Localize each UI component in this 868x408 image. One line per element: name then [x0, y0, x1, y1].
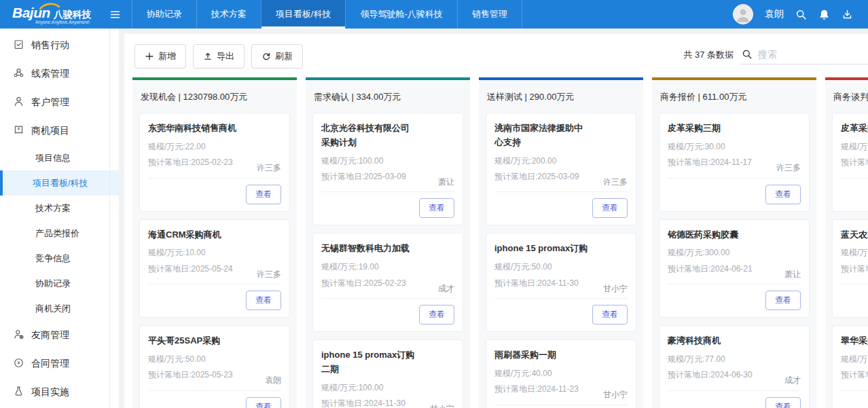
add-button[interactable]: 新增: [134, 44, 186, 69]
card-title: iphone 15 promax订购: [494, 242, 628, 256]
column-body: 送样测试 | 290.00万元洮南市国家法律援助中心支持规模/万元:200.00…: [479, 80, 643, 408]
kanban-card[interactable]: 洮南市国家法律援助中心支持规模/万元:200.00预计落地日:2025-03-0…: [486, 113, 636, 225]
kanban-card[interactable]: iphone 15 promax订购规模/万元:50.00预计落地日:2024-…: [486, 233, 636, 332]
kanban-card[interactable]: 东莞华南科技销售商机规模/万元:22.00预计落地日:2025-02-23许三多…: [139, 113, 290, 212]
view-button[interactable]: 查看: [246, 397, 281, 408]
sidebar-item-partner[interactable]: 友商管理: [0, 321, 119, 350]
card-date: 预计落地日:: [841, 370, 868, 379]
card-main: 洮南市国家法律援助中心支持规模/万元:200.00预计落地日:2025-03-0…: [486, 113, 636, 181]
column-body: 发现机会 | 1230798.00万元东莞华南科技销售商机规模/万元:22.00…: [132, 80, 297, 408]
card-title: 东莞华南科技销售商机: [148, 122, 281, 136]
card-owner: 甘小宁: [603, 390, 628, 399]
view-button[interactable]: 查看: [246, 291, 281, 310]
kanban-card[interactable]: iphone 15 promax订购二期规模/万元:100.00预计落地日:20…: [312, 339, 463, 408]
card-footer: 查看: [494, 191, 628, 225]
kanban-card[interactable]: 北京光谷科技有限公司采购计划规模/万元:100.00预计落地日:2025-03-…: [312, 113, 463, 225]
sidebar-item-contract[interactable]: ¥合同管理: [0, 350, 119, 378]
sidebar-subitem-tech-plan[interactable]: 技术方案: [0, 196, 119, 221]
tab-leader-cockpit[interactable]: 领导驾驶舱-八骏科技: [345, 0, 456, 29]
record-count: 共 37 条数据: [683, 49, 734, 64]
search-input[interactable]: [758, 49, 868, 60]
view-button[interactable]: 查看: [765, 397, 801, 408]
card-main: 蓝天农业规模/万元:预计落地日:: [833, 220, 868, 274]
implementation-icon: [13, 386, 24, 399]
column-header: 发现机会 | 1230798.00万元: [139, 80, 290, 113]
refresh-button[interactable]: 刷新: [251, 44, 303, 69]
card-date: 预计落地日:2025-03-09: [494, 172, 579, 181]
search-icon[interactable]: [742, 49, 753, 60]
sidebar-item-leads[interactable]: 线索管理: [0, 60, 119, 88]
card-date: 预计落地日:2025-03-09: [321, 172, 406, 181]
bell-icon[interactable]: [818, 9, 830, 20]
sidebar-subitem-product-quote[interactable]: 产品类报价: [0, 221, 119, 246]
sidebar-item-sales-action[interactable]: 销售行动: [0, 31, 119, 60]
card-footer: 查看: [494, 405, 628, 408]
card-date: 预计落地日:2025-02-23: [321, 278, 406, 288]
card-date-row: 预计落地日:2024-11-17许三多: [668, 157, 801, 167]
card-date-row: 预计落地日:2024-06-21萧让: [668, 264, 801, 274]
card-scale: 规模/万元:100.00: [321, 383, 454, 392]
tab-assist-record[interactable]: 协助记录: [132, 0, 196, 29]
sidebar-subitem-opportunity-close[interactable]: 商机关闭: [0, 296, 119, 321]
card-date-row: 预计落地日:2025-05-23袁朗: [148, 370, 281, 379]
card-footer: 查看: [668, 178, 801, 211]
card-date: 预计落地日:: [841, 157, 868, 167]
kanban-card[interactable]: 蓝天农业规模/万元:预计落地日:查看: [832, 219, 868, 318]
sidebar-subitem-project-board[interactable]: 项目看板/科技: [0, 170, 119, 196]
avatar[interactable]: [733, 4, 753, 24]
tab-sales-management[interactable]: 销售管理: [457, 0, 522, 29]
sidebar-subitem-assist-record[interactable]: 协助记录: [0, 271, 119, 296]
kanban-card[interactable]: 豪湾科技商机规模/万元:77.00预计落地日:2024-06-30成才查看: [659, 325, 810, 408]
column-header: 需求确认 | 334.00万元: [312, 80, 463, 113]
card-scale: 规模/万元:22.00: [148, 142, 281, 151]
sales-action-icon: [13, 39, 24, 52]
kanban-card[interactable]: 翠华采购规模/万元:预计落地日:查看: [832, 325, 868, 408]
card-date-row: 预计落地日:2024-06-30成才: [668, 370, 801, 379]
card-scale: 规模/万元:19.00: [321, 262, 454, 272]
kanban-card[interactable]: 平头哥25SAP采购规模/万元:50.00预计落地日:2025-05-23袁朗查…: [139, 325, 290, 408]
app-logo: Bajun 八骏科技 Anyone,Anytime,Anywhere!: [0, 0, 98, 29]
card-title: 铭德医药采购胶囊: [668, 228, 801, 242]
kanban-card[interactable]: 铭德医药采购胶囊规模/万元:300.00预计落地日:2024-06-21萧让查看: [659, 219, 810, 318]
view-button[interactable]: 查看: [419, 305, 454, 324]
card-date-row: 预计落地日:: [841, 264, 868, 274]
export-button[interactable]: 导出: [193, 44, 245, 69]
view-button[interactable]: 查看: [765, 291, 801, 310]
kanban-card[interactable]: 皮革采购三期规模/万元:30.00预计落地日:2024-11-17许三多查看: [659, 113, 810, 212]
card-date: 预计落地日:2024-06-21: [668, 264, 753, 274]
user-name[interactable]: 袁朗: [765, 8, 784, 20]
kanban-card[interactable]: 雨刷器采购一期规模/万元:40.00预计落地日:2024-11-23甘小宁查看: [486, 339, 636, 408]
card-owner: 许三多: [603, 177, 628, 187]
search-icon[interactable]: [795, 9, 807, 20]
card-date-row: 预计落地日:2025-02-23成才: [321, 278, 454, 288]
view-button[interactable]: 查看: [592, 198, 628, 218]
tab-tech-plan[interactable]: 技术方案: [196, 0, 261, 29]
sidebar-item-implementation[interactable]: 项目实施: [0, 378, 119, 407]
tab-project-board[interactable]: 项目看板/科技: [261, 0, 346, 29]
view-button[interactable]: 查看: [765, 185, 801, 204]
card-date: 预计落地日:2025-02-23: [148, 157, 233, 167]
card-main: 铭德医药采购胶囊规模/万元:300.00预计落地日:2024-06-21萧让: [659, 220, 809, 274]
menu-toggle-icon[interactable]: [98, 0, 132, 29]
kanban-card[interactable]: 海通CRM采购商机规模/万元:10.00预计落地日:2025-05-24许三多查…: [139, 219, 290, 318]
card-main: iphone 15 promax订购规模/万元:50.00预计落地日:2024-…: [486, 234, 636, 288]
card-date-row: 预计落地日:2024-11-30甘小宁: [494, 278, 628, 288]
view-button[interactable]: 查看: [419, 198, 454, 218]
sidebar-item-opportunity[interactable]: ¥商机项目: [0, 117, 119, 145]
sidebar-subitem-competition-info[interactable]: 竞争信息: [0, 246, 119, 271]
card-title: 北京光谷科技有限公司采购计划: [321, 122, 454, 150]
view-button[interactable]: 查看: [246, 185, 281, 204]
card-date: 预计落地日:2025-05-24: [148, 264, 233, 274]
card-title: 豪湾科技商机: [668, 334, 801, 348]
card-scale: 规模/万元:100.00: [321, 156, 454, 166]
sidebar-subitem-project-info[interactable]: 项目信息: [0, 145, 119, 170]
download-icon[interactable]: [842, 9, 853, 20]
sidebar-item-customer[interactable]: 客户管理: [0, 88, 119, 117]
card-main: 无锡群智数科电力加载规模/万元:19.00预计落地日:2025-02-23成才: [313, 234, 463, 288]
card-owner: 袁朗: [265, 375, 281, 385]
card-title: 洮南市国家法律援助中心支持: [494, 122, 628, 150]
card-footer: 查看: [494, 298, 628, 331]
kanban-card[interactable]: 无锡群智数科电力加载规模/万元:19.00预计落地日:2025-02-23成才查…: [312, 233, 463, 332]
kanban-card[interactable]: 皮革采购规模/万元:预计落地日:查看: [832, 113, 868, 212]
view-button[interactable]: 查看: [592, 305, 628, 324]
